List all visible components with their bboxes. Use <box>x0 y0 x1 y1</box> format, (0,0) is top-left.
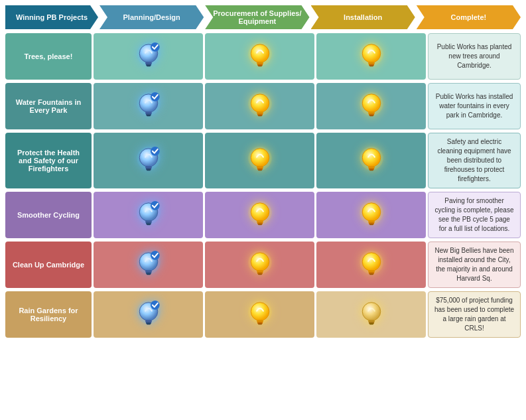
svg-point-85 <box>251 252 269 271</box>
row-cleanup: Clean Up Cambridge <box>5 242 521 288</box>
row-rain: Rain Gardens for Resiliency <box>5 291 521 338</box>
header-col4-label: Installation <box>344 13 382 21</box>
stage-cell-cycling-0 <box>94 192 203 238</box>
complete-cell-trees: Public Works has planted new trees aroun… <box>428 33 521 80</box>
header-col2-label: Planning/Design <box>123 13 180 21</box>
project-cell-trees: Trees, please! <box>5 33 92 80</box>
complete-cell-cleanup: New Big Bellies have been installed arou… <box>428 242 521 288</box>
svg-rect-24 <box>147 115 151 116</box>
svg-point-28 <box>251 94 269 112</box>
row-cycling: Smoother Cycling <box>5 192 521 238</box>
svg-point-72 <box>362 202 381 221</box>
stage-cell-rain-1 <box>205 291 314 338</box>
svg-rect-94 <box>369 273 373 275</box>
svg-rect-88 <box>258 273 262 275</box>
complete-cell-fire: Safety and electric cleaning equipment h… <box>428 133 521 188</box>
row-water: Water Fountains in Every Park <box>5 83 521 129</box>
row-fire: Protect the Health and Safety of our Fir… <box>5 133 521 188</box>
svg-rect-69 <box>258 224 262 225</box>
svg-point-91 <box>362 252 381 271</box>
row-trees: Trees, please! <box>5 33 521 80</box>
svg-rect-81 <box>147 273 151 275</box>
svg-rect-75 <box>369 224 373 225</box>
stage-cell-fire-0 <box>94 133 203 188</box>
complete-cell-water: Public Works has installed water fountai… <box>428 83 521 129</box>
svg-point-104 <box>251 302 269 320</box>
header-col5-label: Complete! <box>450 13 486 21</box>
main-container: Winning PB Projects Planning/Design Proc… <box>0 0 526 346</box>
svg-rect-37 <box>369 115 373 116</box>
stage-cell-cycling-2 <box>316 192 426 238</box>
stage-cell-water-0 <box>94 83 203 129</box>
project-cell-fire: Protect the Health and Safety of our Fir… <box>5 133 92 188</box>
svg-point-53 <box>362 148 381 167</box>
svg-rect-100 <box>147 323 151 324</box>
svg-point-9 <box>251 44 269 62</box>
project-cell-cleanup: Clean Up Cambridge <box>5 242 92 288</box>
header-col1: Winning PB Projects <box>5 5 98 29</box>
header-col2: Planning/Design <box>99 5 204 29</box>
stage-cell-fire-1 <box>205 133 314 188</box>
rows-container: Trees, please! <box>5 33 521 338</box>
complete-cell-rain: $75,000 of project funding has been used… <box>428 291 521 338</box>
header-col5: Complete! <box>417 5 521 29</box>
project-cell-cycling: Smoother Cycling <box>5 192 92 238</box>
header-col4: Installation <box>311 5 415 29</box>
stage-cell-cleanup-0 <box>94 242 203 288</box>
stage-cell-cycling-1 <box>205 192 314 238</box>
svg-rect-18 <box>369 65 373 66</box>
project-cell-rain: Rain Gardens for Resiliency <box>5 291 92 338</box>
svg-point-34 <box>362 94 381 112</box>
stage-cell-trees-0 <box>94 33 203 80</box>
project-cell-water: Water Fountains in Every Park <box>5 83 92 129</box>
svg-point-108 <box>362 302 381 320</box>
svg-rect-56 <box>369 169 373 171</box>
svg-rect-5 <box>147 65 151 66</box>
stage-cell-trees-2 <box>316 33 426 80</box>
svg-rect-50 <box>258 169 262 171</box>
svg-rect-107 <box>258 323 262 324</box>
stage-cell-rain-0 <box>94 291 203 338</box>
header-row: Winning PB Projects Planning/Design Proc… <box>5 5 521 29</box>
stage-cell-trees-1 <box>205 33 314 80</box>
svg-point-47 <box>251 148 269 167</box>
svg-point-15 <box>362 44 381 62</box>
stage-cell-cleanup-1 <box>205 242 314 288</box>
stage-cell-water-1 <box>205 83 314 129</box>
svg-rect-111 <box>369 323 373 324</box>
svg-rect-62 <box>147 224 151 225</box>
svg-rect-31 <box>258 115 262 116</box>
header-col3-label: Procurement of Supplies/ Equipment <box>210 9 304 25</box>
stage-cell-rain-2 <box>316 291 426 338</box>
complete-cell-cycling: Paving for smoother cycling is complete,… <box>428 192 521 238</box>
stage-cell-fire-2 <box>316 133 426 188</box>
svg-rect-12 <box>258 65 262 66</box>
header-col1-label: Winning PB Projects <box>16 13 88 21</box>
stage-cell-cleanup-2 <box>316 242 426 288</box>
stage-cell-water-2 <box>316 83 426 129</box>
header-col3: Procurement of Supplies/ Equipment <box>205 5 309 29</box>
svg-point-66 <box>251 202 269 221</box>
svg-rect-43 <box>147 169 151 171</box>
